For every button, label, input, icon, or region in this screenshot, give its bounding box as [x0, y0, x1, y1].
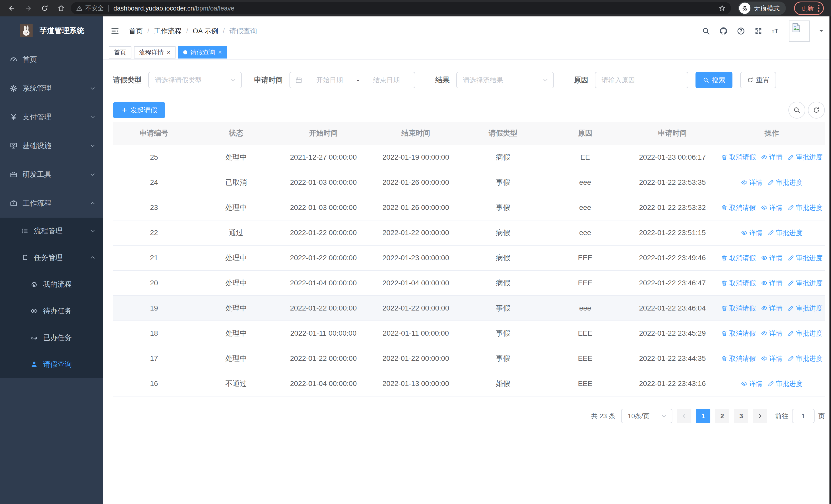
back-icon[interactable]: [5, 2, 19, 15]
leave-type-select[interactable]: 请选择请假类型: [148, 72, 242, 88]
action-审批进度[interactable]: 审批进度: [787, 329, 823, 338]
create-leave-button[interactable]: 发起请假: [113, 102, 165, 118]
action-审批进度[interactable]: 审批进度: [768, 178, 803, 187]
cell-status: 处理中: [195, 321, 277, 346]
action-详情[interactable]: 详情: [761, 254, 782, 263]
action-取消请假[interactable]: 取消请假: [721, 304, 756, 313]
action-取消请假[interactable]: 取消请假: [721, 203, 756, 212]
action-审批进度[interactable]: 审批进度: [768, 379, 803, 388]
pen-icon: [768, 380, 774, 387]
action-审批进度[interactable]: 审批进度: [787, 304, 823, 313]
sidebar-item-label: 首页: [23, 55, 37, 64]
cell-start: 2022-01-22 00:00:00: [277, 346, 370, 371]
reset-button[interactable]: 重置: [740, 72, 776, 88]
sidebar-item-任务管理[interactable]: 任务管理: [0, 244, 103, 271]
sidebar-item-已办任务[interactable]: 已办任务: [0, 324, 103, 351]
action-详情[interactable]: 详情: [741, 178, 763, 187]
help-icon[interactable]: [737, 27, 745, 35]
page-button-3[interactable]: 3: [734, 409, 748, 423]
breadcrumb-item[interactable]: OA 示例: [193, 26, 218, 36]
cell-apply_time: 2022-01-22 23:53:32: [626, 195, 719, 220]
action-详情[interactable]: 详情: [761, 203, 782, 212]
home-icon[interactable]: [54, 2, 68, 15]
action-详情[interactable]: 详情: [741, 228, 763, 237]
cell-apply_time: 2022-01-22 23:46:47: [626, 270, 719, 296]
action-审批进度[interactable]: 审批进度: [787, 203, 823, 212]
action-审批进度[interactable]: 审批进度: [787, 279, 823, 288]
close-icon[interactable]: ×: [167, 49, 170, 55]
app-logo[interactable]: 芋道管理系统: [0, 17, 103, 45]
browser-menu-icon[interactable]: [818, 5, 820, 12]
breadcrumb-item[interactable]: 工作流程: [154, 26, 182, 36]
action-审批进度[interactable]: 审批进度: [787, 254, 823, 263]
action-审批进度[interactable]: 审批进度: [768, 228, 803, 237]
url-bar[interactable]: 不安全 dashboard.yudao.iocoder.cn /bpm/oa/l…: [71, 2, 731, 14]
result-select[interactable]: 请选择流结果: [456, 72, 554, 88]
cell-id: 17: [113, 346, 195, 371]
action-审批进度[interactable]: 审批进度: [787, 153, 823, 162]
cell-apply_time: 2022-01-22 23:53:35: [626, 170, 719, 195]
cell-apply_time: 2022-01-22 23:44:35: [626, 346, 719, 371]
action-审批进度[interactable]: 审批进度: [787, 354, 823, 363]
sidebar-item-我的流程[interactable]: 我的流程: [0, 271, 103, 298]
sidebar-item-label: 待办任务: [43, 306, 72, 316]
forward-icon[interactable]: [22, 2, 35, 15]
action-取消请假[interactable]: 取消请假: [721, 254, 756, 263]
font-size-icon[interactable]: TT: [771, 27, 780, 35]
refresh-table-button[interactable]: [808, 101, 825, 119]
column-header: 申请时间: [626, 122, 719, 145]
page-button-1[interactable]: 1: [696, 409, 710, 423]
sidebar-item-待办任务[interactable]: 待办任务: [0, 298, 103, 324]
reason-input[interactable]: [595, 72, 688, 88]
tab-请假查询[interactable]: 请假查询×: [178, 46, 227, 59]
tab-首页[interactable]: 首页: [109, 46, 132, 59]
fullscreen-icon[interactable]: [754, 27, 763, 35]
action-详情[interactable]: 详情: [761, 329, 782, 338]
page-button-2[interactable]: 2: [715, 409, 729, 423]
cell-type: 事假: [462, 346, 544, 371]
search-button[interactable]: 搜索: [695, 72, 733, 88]
sidebar-menu: 首页系统管理支付管理基础设施研发工具工作流程流程管理任务管理我的流程待办任务已办…: [0, 45, 103, 378]
action-取消请假[interactable]: 取消请假: [721, 153, 756, 162]
github-icon[interactable]: [719, 27, 728, 35]
browser-update-button[interactable]: 更新: [794, 2, 824, 15]
tab-流程详情[interactable]: 流程详情×: [134, 46, 175, 59]
range-separator: -: [357, 76, 359, 84]
apply-time-range-picker[interactable]: 开始日期 - 结束日期: [289, 72, 415, 88]
sidebar-item-工作流程[interactable]: 工作流程: [0, 189, 103, 217]
sidebar-item-系统管理[interactable]: 系统管理: [0, 74, 103, 102]
sidebar-item-流程管理[interactable]: 流程管理: [0, 217, 103, 244]
prev-page-button[interactable]: [677, 409, 691, 423]
sidebar-item-请假查询[interactable]: 请假查询: [0, 351, 103, 378]
page-size-select[interactable]: 10条/页: [621, 409, 672, 423]
bookmark-star-icon[interactable]: [719, 5, 726, 12]
table-row: 17处理中2022-01-22 00:00:002022-01-22 00:00…: [113, 346, 825, 371]
action-详情[interactable]: 详情: [761, 153, 782, 162]
table-row: 16不通过2022-01-04 00:00:002022-01-13 00:00…: [113, 371, 825, 396]
show-search-button[interactable]: [789, 101, 805, 119]
action-取消请假[interactable]: 取消请假: [721, 279, 756, 288]
action-取消请假[interactable]: 取消请假: [721, 329, 756, 338]
action-详情[interactable]: 详情: [761, 279, 782, 288]
svg-text:T: T: [772, 30, 774, 34]
sidebar-item-基础设施[interactable]: 基础设施: [0, 131, 103, 160]
breadcrumb-item[interactable]: 首页: [129, 26, 143, 36]
close-icon[interactable]: ×: [218, 49, 222, 55]
action-详情[interactable]: 详情: [741, 379, 763, 388]
avatar-caret-icon[interactable]: [819, 28, 824, 34]
action-详情[interactable]: 详情: [761, 304, 782, 313]
sidebar-item-首页[interactable]: 首页: [0, 45, 103, 74]
action-详情[interactable]: 详情: [761, 354, 782, 363]
search-icon[interactable]: [701, 27, 710, 35]
browser-toolbar: 不安全 dashboard.yudao.iocoder.cn /bpm/oa/l…: [0, 0, 831, 17]
sidebar-collapse-icon[interactable]: [110, 26, 120, 36]
sidebar-item-支付管理[interactable]: 支付管理: [0, 102, 103, 131]
next-page-button[interactable]: [753, 409, 767, 423]
action-取消请假[interactable]: 取消请假: [721, 354, 756, 363]
goto-page-input[interactable]: [792, 409, 814, 423]
cell-type: 事假: [462, 170, 544, 195]
sidebar-item-研发工具[interactable]: 研发工具: [0, 160, 103, 189]
avatar[interactable]: [789, 21, 810, 41]
reload-icon[interactable]: [38, 2, 51, 15]
cell-reason: eee: [544, 296, 626, 321]
